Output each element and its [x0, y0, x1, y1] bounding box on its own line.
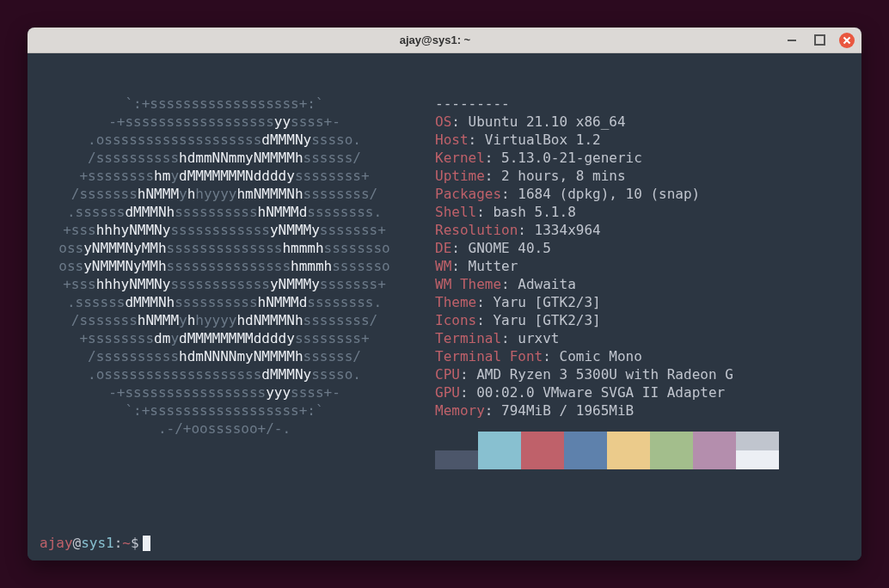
- prompt-user: ajay: [40, 534, 73, 552]
- prompt-symbol: $: [131, 534, 139, 552]
- info-row: Memory: 794MiB / 1965MiB: [435, 401, 849, 420]
- info-row: Kernel: 5.13.0-21-generic: [435, 149, 849, 167]
- prompt-line: ajay@sys1:~$: [40, 534, 150, 552]
- info-row: OS: Ubuntu 21.10 x86_64: [435, 113, 849, 131]
- terminal-window: ajay@sys1: ~ `:+ssssssssssssssssss+:`-+s…: [28, 28, 861, 560]
- info-row: DE: GNOME 40.5: [435, 239, 849, 257]
- info-row: Resolution: 1334x964: [435, 221, 849, 239]
- prompt-at: @: [73, 534, 82, 552]
- info-row: WM Theme: Adwaita: [435, 275, 849, 293]
- info-row: Host: VirtualBox 1.2: [435, 131, 849, 149]
- cursor: [143, 536, 150, 551]
- info-row: CPU: AMD Ryzen 3 5300U with Radeon G: [435, 365, 849, 383]
- info-row: WM: Mutter: [435, 257, 849, 275]
- info-row: Terminal: urxvt: [435, 329, 849, 347]
- system-info: ---------OS: Ubuntu 21.10 x86_64Host: Vi…: [435, 95, 849, 469]
- close-button[interactable]: [839, 33, 855, 48]
- window-controls: [784, 33, 855, 48]
- prompt-colon: :: [114, 534, 123, 552]
- info-row: Terminal Font: Comic Mono: [435, 347, 849, 365]
- info-row: Shell: bash 5.1.8: [435, 203, 849, 221]
- prompt-path: ~: [122, 534, 131, 552]
- window-title: ajay@sys1: ~: [86, 34, 784, 46]
- maximize-button[interactable]: [812, 33, 827, 48]
- titlebar: ajay@sys1: ~: [28, 28, 861, 53]
- info-row: Uptime: 2 hours, 8 mins: [435, 167, 849, 185]
- color-palette: [435, 432, 849, 469]
- terminal-body[interactable]: `:+ssssssssssssssssss+:`-+ssssssssssssss…: [28, 53, 861, 560]
- minimize-button[interactable]: [784, 33, 800, 48]
- info-row: Packages: 1684 (dpkg), 10 (snap): [435, 185, 849, 203]
- ascii-logo: `:+ssssssssssssssssss+:`-+ssssssssssssss…: [40, 95, 409, 469]
- info-row: GPU: 00:02.0 VMware SVGA II Adapter: [435, 383, 849, 401]
- info-row: Theme: Yaru [GTK2/3]: [435, 293, 849, 311]
- info-row: Icons: Yaru [GTK2/3]: [435, 311, 849, 329]
- prompt-host: sys1: [81, 534, 114, 552]
